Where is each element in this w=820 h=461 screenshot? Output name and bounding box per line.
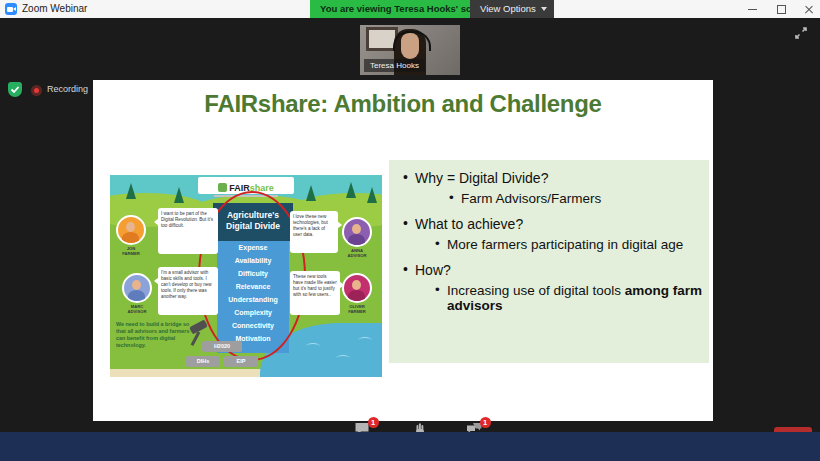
speech-bubble: I'm a small advisor with basic skills an… [158, 267, 218, 315]
digital-divide-infographic: FAIRshare Expense Availability Difficult… [110, 175, 382, 377]
tree-icon [174, 187, 184, 203]
bullet-item: Farm Advisors/Farmers [449, 191, 703, 206]
window-titlebar: Zoom Webinar You are viewing Teresa Hook… [0, 0, 820, 18]
expand-fullscreen-icon[interactable] [794, 26, 808, 40]
bullet-item: What to achieve? [403, 216, 703, 232]
recording-label: Recording [47, 84, 88, 94]
speech-bubble: These new tools have made life easier bu… [290, 271, 340, 315]
chevron-down-icon [541, 7, 547, 11]
bridge-caption: We need to build a bridge so that all ad… [116, 321, 196, 349]
bullet-item: More farmers participating in digital ag… [435, 237, 703, 252]
block-eip: EIP [224, 356, 258, 367]
avatar [342, 217, 372, 247]
participant-name-label: Teresa Hooks [364, 59, 425, 72]
block-dihs: DIHs [186, 356, 220, 367]
tree-icon [367, 187, 377, 203]
bullet-item: Why = Digital Divide? [403, 170, 703, 186]
block-h2020: H2020 [202, 341, 242, 352]
chat-badge: 1 [368, 417, 379, 428]
meeting-content-area: Teresa Hooks Recording FAIRshare: Ambiti… [0, 18, 820, 432]
speech-bubble: I love these new technologies, but there… [290, 211, 338, 253]
bullet-item: Increasing use of digital tools among fa… [435, 283, 703, 313]
avatar [342, 273, 372, 303]
avatar [122, 273, 152, 303]
view-options-dropdown[interactable]: View Options [470, 0, 554, 18]
zoom-app-icon [5, 3, 17, 15]
slide-title: FAIRshare: Ambition and Challenge [93, 90, 713, 118]
tree-icon [126, 183, 136, 199]
maximize-button[interactable] [768, 0, 794, 18]
close-button[interactable] [796, 0, 820, 18]
minimize-button[interactable] [740, 0, 766, 18]
tree-icon [306, 185, 316, 201]
participant-video-tile[interactable]: Teresa Hooks [360, 25, 460, 75]
qa-badge: 1 [480, 417, 491, 428]
zoom-webinar-window: Zoom Webinar You are viewing Teresa Hook… [0, 0, 820, 461]
headset-icon [393, 31, 431, 51]
tree-icon [346, 182, 356, 198]
avatar [116, 215, 146, 245]
bullet-item: How? [403, 262, 703, 278]
fairshare-logo-icon [218, 183, 227, 192]
windows-taskbar: X 10°C ENG [0, 432, 820, 461]
security-shield-icon[interactable] [8, 82, 22, 97]
slide-bullet-panel: Why = Digital Divide? Farm Advisors/Farm… [389, 160, 709, 363]
shared-screen-slide: FAIRshare: Ambition and Challenge Why = … [93, 80, 713, 421]
speech-bubble: I want to be part of the Digital Revolut… [158, 208, 218, 254]
window-title: Zoom Webinar [22, 3, 87, 14]
